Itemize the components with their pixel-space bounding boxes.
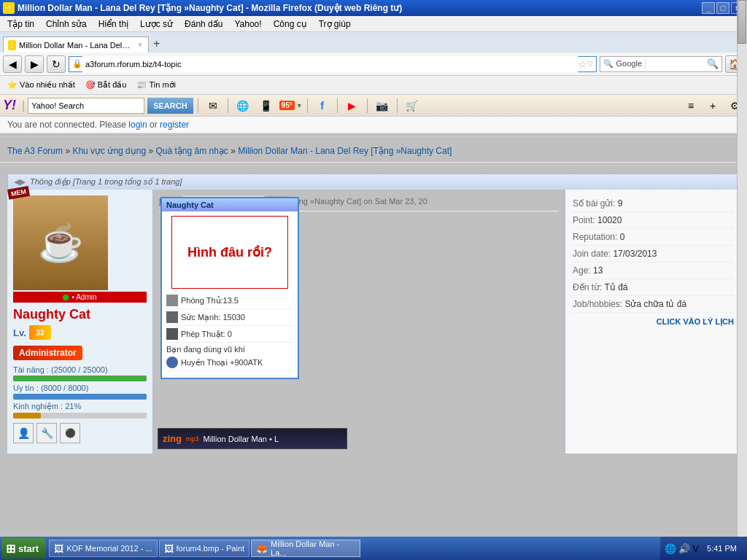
rep-label2: Reputation: <box>573 232 617 242</box>
menu-file[interactable]: Tập tin <box>1 18 40 31</box>
user-action-icons: 👤 🔧 ⚫ <box>13 423 147 443</box>
breadcrumb-sep-3: » <box>231 146 238 156</box>
start-button[interactable]: ⊞ start <box>1 538 46 559</box>
taskbar-item-firefox[interactable]: 🦊 Million Dollar Man - La... <box>251 540 360 557</box>
star-down-button[interactable]: ▽ <box>587 60 593 68</box>
minimize-button[interactable]: _ <box>702 2 715 14</box>
bookmark-start-icon: 🎯 <box>85 80 96 90</box>
breadcrumb-sep-1: » <box>65 146 72 156</box>
active-tab[interactable]: 🌟 Million Dollar Man - Lana Del Rey [»Na… <box>3 36 149 52</box>
camera-icon[interactable]: 📷 <box>372 98 392 114</box>
profile-link[interactable]: CLICK VÀO LÝ LỊCH <box>657 317 734 326</box>
menu-history[interactable]: Lược sử <box>134 18 179 31</box>
popup-item-row: Huyền Thoại +900ATK <box>166 357 293 371</box>
level-num-text: 33 <box>36 329 44 337</box>
forward-button[interactable]: ▶ <box>25 55 44 73</box>
search-go-button[interactable]: 🔍 <box>704 58 721 69</box>
forum-content: ◀▶ Thông điệp [Trang 1 trong tổng số 1 t… <box>0 169 747 458</box>
systray-ime[interactable]: V <box>692 543 699 554</box>
systray-network[interactable]: 🌐 <box>665 543 676 554</box>
user-avatar: ☕ <box>13 195 108 290</box>
menu-yahoo[interactable]: Yahoo! <box>228 18 267 31</box>
menu-help[interactable]: Trợ giúp <box>313 18 357 31</box>
system-clock[interactable]: 5:41 PM <box>701 544 743 553</box>
shop-icon[interactable]: 🛒 <box>402 98 422 114</box>
facebook-icon[interactable]: f <box>312 98 333 114</box>
phone-icon[interactable]: 📱 <box>256 98 276 114</box>
user-profile-icon[interactable]: 👤 <box>13 423 34 443</box>
mail-icon[interactable]: ✉ <box>203 98 223 114</box>
tab-bar: 🌟 Million Dollar Man - Lana Del Rey [»Na… <box>0 32 747 52</box>
tab-close-button[interactable]: × <box>138 41 142 49</box>
refresh-button[interactable]: ↻ <box>47 55 66 73</box>
toolbar-sep-6 <box>397 98 398 113</box>
post-nav-left: ◀▶ <box>14 177 26 187</box>
bookmark-most-visited[interactable]: ⭐ Vào nhiều nhất <box>4 79 78 91</box>
register-link[interactable]: register <box>160 120 189 130</box>
user-camera-icon: ⚫ <box>60 423 80 443</box>
firefox-icon: 🦊 <box>256 543 268 554</box>
new-tab-button[interactable]: + <box>149 35 164 52</box>
bookmark-start[interactable]: 🎯 Bắt đầu <box>82 79 130 91</box>
list-view-button[interactable]: ≡ <box>681 98 700 114</box>
bookmark-news-label: Tin mới <box>149 80 176 90</box>
bookmark-news[interactable]: 📰 Tin mới <box>133 79 179 91</box>
defense-icon <box>166 295 178 306</box>
back-button[interactable]: ◀ <box>3 55 22 73</box>
rep-bar-bg <box>13 394 147 400</box>
auth-bar: You are not connected. Please login or r… <box>0 117 747 133</box>
paint-icon: 🖼 <box>164 543 174 554</box>
popup-body: Hình đâu rồi? Phòng Thủ:13.5 Sức Mạnh: 1… <box>162 211 298 378</box>
toolbar-sep-2 <box>228 98 228 113</box>
maximize-button[interactable]: □ <box>716 2 729 14</box>
toolbar-sep-1 <box>198 98 198 113</box>
breadcrumb-category[interactable]: Quà tặng âm nhạc <box>155 146 228 156</box>
zing-mp3-text: mp3 <box>186 435 199 443</box>
menu-edit[interactable]: Chỉnh sửa <box>40 18 93 31</box>
menu-tools[interactable]: Công cụ <box>268 18 313 31</box>
admin-role-badge: Administrator <box>13 346 82 360</box>
youtube-icon[interactable]: ▶ <box>342 98 363 114</box>
temp-down-icon: ▼ <box>296 102 303 109</box>
star-button[interactable]: ☆ <box>578 58 587 70</box>
search-area: 🔍 Google 🔍 <box>600 56 722 72</box>
profile-link-area: CLICK VÀO LÝ LỊCH <box>571 317 734 327</box>
yahoo-search-input[interactable] <box>28 101 144 110</box>
address-bar: ◀ ▶ ↻ 🔒 ☆ ▽ 🔍 Google 🔍 🏠 <box>0 52 747 76</box>
age-value: 13 <box>593 265 603 276</box>
breadcrumb-section[interactable]: Khu vực ứng dụng <box>72 146 146 156</box>
post-suffix: tặng »Naughty Cat] <box>292 197 362 206</box>
menu-view[interactable]: Hiển thị <box>93 18 134 31</box>
breadcrumb-topic[interactable]: Million Dollar Man - Lana Del Rey [Tặng … <box>238 146 452 156</box>
level-label: Lv. <box>13 327 26 338</box>
taskbar-item-kof[interactable]: 🖼 KOF Memorial 2012 - ... <box>49 540 157 557</box>
popup-card: Naughty Cat Hình đâu rồi? Phòng Thủ:13.5 <box>160 197 299 379</box>
admin-text: • Admin <box>71 293 96 301</box>
job-value: Sửa chữa tủ đá <box>624 299 686 309</box>
url-input[interactable] <box>82 56 578 72</box>
user-settings-icon[interactable]: 🔧 <box>36 423 57 443</box>
globe-icon[interactable]: 🌐 <box>233 98 253 114</box>
music-title: Million Dollar Man • L <box>204 435 279 443</box>
taskbar-item-paint[interactable]: 🖼 forum4.bmp - Paint <box>159 540 250 557</box>
auth-text: You are not connected. Please <box>7 120 126 130</box>
post-count-row: Số bài gửi: 9 <box>571 195 734 212</box>
post-row: MEM ☕ • Admin Naughty Cat Lv. 33 <box>7 190 740 454</box>
tab-favicon: 🌟 <box>8 40 16 50</box>
add-toolbar-button[interactable]: + <box>703 98 722 114</box>
menu-bookmarks[interactable]: Đánh dấu <box>179 18 228 31</box>
search-input[interactable] <box>646 60 704 69</box>
user-info-sidebar: Số bài gửi: 9 Point: 10020 Reputation: 0 <box>565 190 740 454</box>
login-link[interactable]: login <box>128 120 147 130</box>
zing-player[interactable]: zing mp3 Million Dollar Man • L <box>158 428 347 449</box>
reputation-row: Reputation: 0 <box>571 229 734 246</box>
point-row: Point: 10020 <box>571 212 734 229</box>
yahoo-search-button[interactable]: SEARCH <box>147 98 193 114</box>
bookmark-label: Vào nhiều nhất <box>20 80 75 90</box>
systray-speaker[interactable]: 🔊 <box>678 543 690 554</box>
breadcrumb-home[interactable]: The A3 Forum <box>7 146 63 156</box>
temp-widget[interactable]: 95° ▼ <box>279 101 303 110</box>
scrollbar-vertical[interactable] <box>737 117 747 537</box>
popup-weapon-row: Bạn đang dùng vũ khí <box>166 345 293 354</box>
search-engine-label[interactable]: 🔍 Google <box>600 59 646 69</box>
